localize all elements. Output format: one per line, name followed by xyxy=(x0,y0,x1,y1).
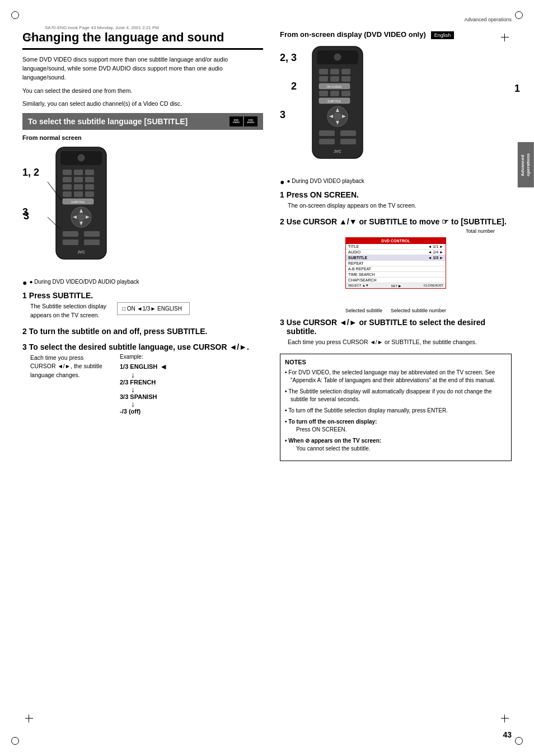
intro-para-1: Some DVD VIDEO discs support more than o… xyxy=(22,55,263,82)
left-step-label-12: 1, 2 xyxy=(22,167,39,179)
step-2-right-title: Use CURSOR ▲/▼ or SUBTITLE to move ☞ to … xyxy=(287,217,507,226)
svg-point-51 xyxy=(334,112,341,120)
step-1-right: 1 Press ON SCREEN. The on-screen display… xyxy=(280,190,512,210)
subtitle-header-text: To select the subtitle language [SUBTITL… xyxy=(28,117,188,126)
bullet-note-right: ● ● During DVD VIDEO playback xyxy=(280,178,512,186)
lang-4: -/3 (off) xyxy=(120,408,167,415)
svg-text:JVC: JVC xyxy=(334,149,341,153)
right-step-label-3: 3 xyxy=(280,109,297,121)
corner-mark-tl xyxy=(11,11,19,19)
dvd-video-icon: DVD VIDEO xyxy=(229,116,243,126)
svg-rect-8 xyxy=(85,177,94,182)
osd-label-time: TIME SEARCH xyxy=(348,273,375,276)
dvd-audio-icon: DVD AUDIO xyxy=(244,116,257,126)
svg-rect-41 xyxy=(319,91,328,96)
intro-para-3: Similarly, you can select audio channel(… xyxy=(22,100,263,109)
content-columns: Changing the language and sound Some DVD… xyxy=(22,30,512,461)
page-number: 43 xyxy=(503,730,512,739)
svg-text:JVC: JVC xyxy=(77,250,85,254)
osd-row-time: TIME SEARCH xyxy=(346,272,446,278)
osd-title: DVD CONTROL xyxy=(346,238,446,244)
svg-rect-9 xyxy=(63,184,72,190)
osd-box: DVD CONTROL TITLE ◄ 1/1 ► AUDIO ◄ 1/4 ► … xyxy=(345,237,446,289)
svg-rect-52 xyxy=(319,130,335,136)
bullet-text-right: ● During DVD VIDEO playback xyxy=(287,178,364,184)
right-column-header: From on-screen display (DVD VIDEO only) … xyxy=(280,30,512,39)
language-example: Example: 1/3 ENGLISH ◄ ↓ 2/3 FRENCH ↓ 3/… xyxy=(120,354,167,415)
selected-subtitle-label: Selected subtitle xyxy=(345,308,382,313)
right-step-label-23: 2, 3 xyxy=(280,52,297,64)
notes-title: NOTES xyxy=(285,359,507,365)
svg-point-32 xyxy=(334,54,341,60)
svg-rect-7 xyxy=(74,177,83,182)
svg-rect-42 xyxy=(330,91,339,96)
label-1-right: 1 xyxy=(514,83,520,95)
corner-mark-br xyxy=(515,737,523,745)
step-2-number: 2 xyxy=(22,327,27,336)
osd-label-repeat: REPEAT xyxy=(348,261,364,265)
osd-label-ab: A-B REPEAT xyxy=(348,267,371,271)
osd-val-title: ◄ 1/1 ► xyxy=(428,245,443,248)
osd-row-title: TITLE ◄ 1/1 ► xyxy=(346,244,446,250)
svg-rect-37 xyxy=(330,76,339,82)
section-name: Advanced operations xyxy=(464,17,512,22)
svg-text:SUBTITLE: SUBTITLE xyxy=(327,100,341,103)
total-number-label: Total number xyxy=(466,228,495,234)
page-header: Advanced operations xyxy=(22,17,512,25)
crosshair-tl xyxy=(25,34,33,41)
example-label: Example: xyxy=(120,354,167,360)
osd-container: Total number DVD CONTROL TITLE ◄ 1/1 ► A… xyxy=(280,237,512,313)
step-3-left: 3 To select the desired subtitle languag… xyxy=(22,342,263,415)
svg-rect-33 xyxy=(319,69,328,74)
step-3-body: Each time you press CURSOR ◄/►, the subt… xyxy=(30,354,109,380)
lang-1: 1/3 ENGLISH ◄ xyxy=(120,362,167,371)
step-3-pointer: 3 xyxy=(24,210,29,222)
arrow-3: ↓ xyxy=(131,400,167,408)
osd-val-subtitle: ◄ 1/3 ► xyxy=(428,256,443,260)
crosshair-bl xyxy=(25,715,33,722)
svg-rect-25 xyxy=(63,240,78,245)
crosshair-br xyxy=(501,715,509,722)
right-column: From on-screen display (DVD VIDEO only) … xyxy=(280,30,512,461)
step-1-title: Press SUBTITLE. xyxy=(29,291,93,300)
step-1-number: 1 xyxy=(22,291,27,300)
osd-row-repeat: REPEAT xyxy=(346,261,446,266)
remote-control-left: SUBTITLE JVC xyxy=(45,144,118,274)
step-3-title: To select the desired subtitle language,… xyxy=(29,342,249,351)
step-1-body: The Subtitle selection display appears o… xyxy=(30,302,109,320)
svg-rect-36 xyxy=(319,76,328,82)
osd-label-chap: CHAP/SEARCH xyxy=(348,278,377,282)
note-4: • To turn off the on-screen display: Pre… xyxy=(285,418,507,434)
svg-rect-12 xyxy=(63,191,72,197)
selected-subtitle-number-label: Selected subtitle number xyxy=(391,308,446,313)
svg-rect-54 xyxy=(319,139,335,144)
osd-footer-text: SELECT ▲▼ xyxy=(348,284,369,288)
lang-3: 3/3 SPANISH xyxy=(120,393,167,400)
step-2-left: 2 To turn the subtitle on and off, press… xyxy=(22,327,263,336)
svg-text:SUBTITLE: SUBTITLE xyxy=(71,200,85,204)
svg-rect-3 xyxy=(63,170,72,175)
svg-point-2 xyxy=(78,154,85,161)
osd-val-audio: ◄ 1/4 ► xyxy=(428,250,443,254)
osd-row-chap: CHAP/SEARCH xyxy=(346,278,446,283)
svg-rect-14 xyxy=(85,191,94,197)
osd-row-subtitle: SUBTITLE ◄ 1/3 ► xyxy=(346,255,446,261)
svg-rect-55 xyxy=(340,139,356,144)
from-normal-screen-label: From normal screen xyxy=(22,134,263,141)
svg-rect-53 xyxy=(340,130,356,136)
step-3-right-body: Each time you press CURSOR ◄/► or SUBTIT… xyxy=(288,338,512,347)
step-1-right-title: Press ON SCREEN. xyxy=(287,190,359,199)
osd-label-subtitle: SUBTITLE xyxy=(348,256,367,260)
step-1-right-body: The on-screen display appears on the TV … xyxy=(288,201,512,210)
svg-point-22 xyxy=(77,213,85,221)
svg-rect-35 xyxy=(341,69,350,74)
step-2-title: To turn the subtitle on and off, press S… xyxy=(29,327,208,336)
intro-para-2: You can select the desired one from them… xyxy=(22,87,263,96)
osd-label-audio: AUDIO xyxy=(348,250,360,254)
svg-rect-23 xyxy=(63,231,78,237)
step-3-number: 3 xyxy=(22,342,27,351)
step-3-right: 3 Use CURSOR ◄/► or SUBTITLE to select t… xyxy=(280,318,512,347)
arrow-2: ↓ xyxy=(131,386,167,393)
bullet-text-left: ● During DVD VIDEO/DVD AUDIO playback xyxy=(29,279,139,285)
svg-rect-13 xyxy=(74,191,83,197)
